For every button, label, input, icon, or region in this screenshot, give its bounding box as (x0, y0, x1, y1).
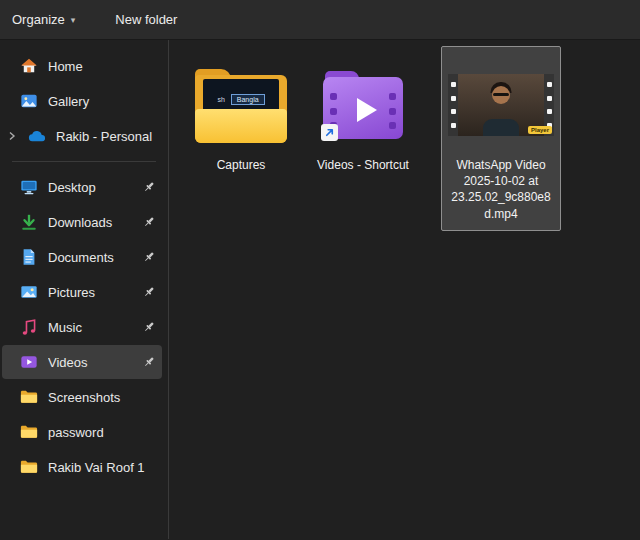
new-folder-button[interactable]: New folder (107, 6, 185, 33)
sidebar-item-password[interactable]: password (2, 415, 162, 449)
folder-with-thumbnail-icon: sh Bangla (188, 53, 294, 157)
sidebar-item-videos[interactable]: Videos (2, 345, 162, 379)
sidebar-item-label: Downloads (48, 215, 132, 230)
sidebar-item-screenshots[interactable]: Screenshots (2, 380, 162, 414)
sidebar-item-label: password (48, 425, 156, 440)
sidebar-separator (12, 161, 156, 162)
chevron-down-icon: ▾ (71, 15, 76, 25)
sidebar-item-label: Home (48, 59, 156, 74)
videos-icon (20, 353, 38, 371)
thumbnail-text: Bangla (231, 94, 265, 105)
pin-icon (142, 285, 156, 299)
home-icon (20, 57, 38, 75)
sidebar-item-label: Documents (48, 250, 132, 265)
sidebar-item-label: Music (48, 320, 132, 335)
sidebar-item-home[interactable]: Home (2, 49, 162, 83)
file-tile-whatsapp-video[interactable]: Player WhatsApp Video 2025-10-02 at 23.2… (441, 46, 561, 231)
onedrive-cloud-icon (28, 127, 46, 145)
file-tile-videos-shortcut[interactable]: Videos - Shortcut (303, 46, 423, 182)
organize-button[interactable]: Organize ▾ (4, 6, 83, 33)
desktop-icon (20, 178, 38, 196)
documents-icon (20, 248, 38, 266)
explorer-body: Home Gallery Rakib - Personal Desktop (0, 40, 640, 539)
sidebar-item-rakib-vai-roof[interactable]: Rakib Vai Roof 1 (2, 450, 162, 484)
pin-icon (142, 355, 156, 369)
file-grid: sh Bangla Captures (169, 40, 640, 539)
pictures-icon (20, 283, 38, 301)
video-thumbnail: Player (448, 53, 554, 157)
downloads-icon (20, 213, 38, 231)
sidebar-item-label: Desktop (48, 180, 132, 195)
play-icon (357, 98, 377, 122)
file-name: WhatsApp Video 2025-10-02 at 23.25.02_9c… (448, 157, 554, 222)
sidebar-item-label: Gallery (48, 94, 156, 109)
film-perforations (388, 93, 397, 129)
person-glasses (493, 93, 509, 96)
folder-icon (20, 458, 38, 476)
sidebar-item-gallery[interactable]: Gallery (2, 84, 162, 118)
file-tile-captures[interactable]: sh Bangla Captures (181, 46, 301, 182)
sidebar-item-label: Rakib Vai Roof 1 (48, 460, 156, 475)
toolbar: Organize ▾ New folder (0, 0, 640, 40)
sidebar-item-label: Videos (48, 355, 132, 370)
chevron-expand-icon[interactable] (6, 130, 18, 142)
gallery-icon (20, 92, 38, 110)
video-folder-icon (310, 53, 416, 157)
music-icon (20, 318, 38, 336)
pin-icon (142, 180, 156, 194)
sidebar-item-label: Rakib - Personal (56, 129, 156, 144)
sidebar-item-documents[interactable]: Documents (2, 240, 162, 274)
file-name: Videos - Shortcut (317, 157, 409, 173)
folder-icon (20, 423, 38, 441)
player-badge: Player (528, 126, 552, 134)
folder-front (195, 109, 287, 143)
new-folder-label: New folder (115, 12, 177, 27)
shortcut-arrow-icon (321, 124, 338, 141)
sidebar-item-label: Pictures (48, 285, 132, 300)
film-sprockets-left (448, 74, 458, 136)
sidebar-item-label: Screenshots (48, 390, 156, 405)
sidebar-item-desktop[interactable]: Desktop (2, 170, 162, 204)
organize-label: Organize (12, 12, 65, 27)
navigation-pane: Home Gallery Rakib - Personal Desktop (0, 40, 168, 539)
folder-icon (20, 388, 38, 406)
sidebar-item-music[interactable]: Music (2, 310, 162, 344)
sidebar-item-onedrive-personal[interactable]: Rakib - Personal (2, 119, 162, 153)
person-shirt (483, 119, 519, 136)
sidebar-item-downloads[interactable]: Downloads (2, 205, 162, 239)
sidebar-item-pictures[interactable]: Pictures (2, 275, 162, 309)
thumbnail-left-text: sh (217, 96, 224, 103)
pin-icon (142, 250, 156, 264)
file-name: Captures (217, 157, 266, 173)
pin-icon (142, 215, 156, 229)
pin-icon (142, 320, 156, 334)
